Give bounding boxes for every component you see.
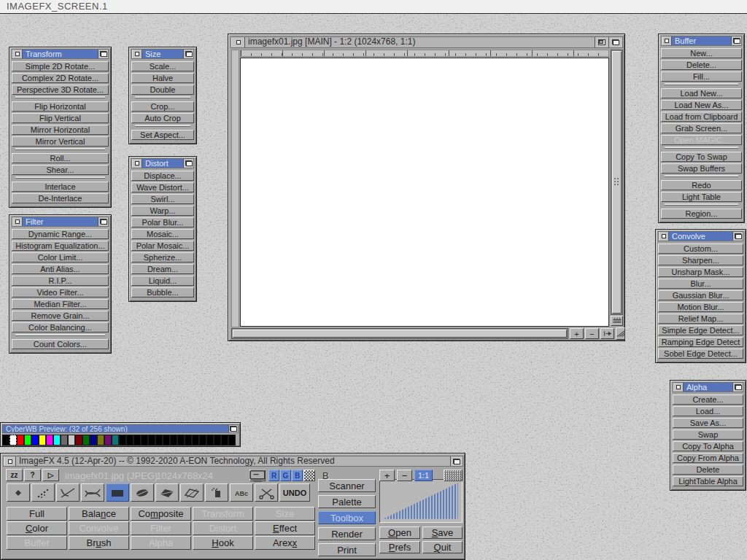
palette-button-double[interactable]: Double xyxy=(131,85,194,95)
channel-toggle-b[interactable]: B xyxy=(292,470,303,481)
color-swatch[interactable] xyxy=(82,435,90,446)
zoom-one-to-one-button[interactable]: 1:1 xyxy=(414,470,433,481)
color-swatch[interactable] xyxy=(39,435,46,446)
depth-gadget-icon[interactable] xyxy=(732,232,743,241)
palette-button-color-limit[interactable]: Color Limit... xyxy=(12,252,109,262)
palette-button-r-i-p[interactable]: R.I.P... xyxy=(12,276,109,286)
vertical-scroll-knob[interactable] xyxy=(612,51,622,314)
screen-mode-button[interactable] xyxy=(249,470,266,481)
palette-button-perspective-3d-rotate[interactable]: Perspective 3D Rotate... xyxy=(12,85,109,95)
menu-button-composite[interactable]: Composite xyxy=(131,507,191,521)
palette-button-copy-to-alpha[interactable]: Copy To Alpha xyxy=(673,441,743,451)
dither-pattern-button[interactable] xyxy=(444,470,462,481)
color-swatch[interactable] xyxy=(192,435,199,446)
palette-button-redo[interactable]: Redo xyxy=(661,180,742,190)
palette-button-region[interactable]: Region... xyxy=(661,209,742,219)
menu-button-hook[interactable]: Hook xyxy=(193,536,253,550)
prefs-button[interactable]: Prefs xyxy=(379,541,420,553)
palette-button-displace[interactable]: Displace... xyxy=(131,171,194,181)
color-swatch[interactable] xyxy=(170,435,177,446)
fill-tool-button[interactable] xyxy=(205,483,228,502)
depth-gadget-icon[interactable] xyxy=(98,217,108,226)
zoom-in-button[interactable]: + xyxy=(379,470,395,481)
depth-gadget-icon[interactable] xyxy=(98,50,108,58)
color-swatch[interactable] xyxy=(228,435,236,446)
polygon-fill-tool-button[interactable] xyxy=(155,483,179,502)
palette-button-copy-from-alpha[interactable]: Copy From Alpha xyxy=(673,453,743,463)
airbrush-tool-button[interactable] xyxy=(31,483,55,502)
palette-button-liquid[interactable]: Liquid... xyxy=(131,276,194,286)
color-swatch[interactable] xyxy=(53,435,61,446)
palette-button-halve[interactable]: Halve xyxy=(131,73,194,83)
menu-button-full[interactable]: Full xyxy=(7,507,67,521)
open-button[interactable]: Open xyxy=(379,526,420,539)
palette-button-bubble[interactable]: Bubble... xyxy=(131,287,194,298)
color-swatch[interactable] xyxy=(97,435,104,446)
palette-button-crop[interactable]: Crop... xyxy=(131,101,194,112)
depth-gadget-icon[interactable] xyxy=(228,425,238,432)
color-swatch[interactable] xyxy=(75,435,82,446)
palette-button-set-aspect[interactable]: Set Aspect... xyxy=(131,130,194,140)
color-swatch[interactable] xyxy=(31,435,39,446)
ellipse-tool-button[interactable] xyxy=(131,483,154,502)
palette-button-video-filter[interactable]: Video Filter... xyxy=(12,287,109,298)
vertical-scrollbar[interactable] xyxy=(611,50,623,315)
palette-button-copy-to-swap[interactable]: Copy To Swap xyxy=(661,152,742,162)
zoom-in-button[interactable]: + xyxy=(570,328,584,339)
color-swatch[interactable] xyxy=(199,435,206,446)
color-swatch[interactable] xyxy=(206,435,214,446)
palette-button-swap-buffers[interactable]: Swap Buffers xyxy=(661,163,742,174)
palette-button-relief-map[interactable]: Relief Map... xyxy=(658,314,743,324)
palette-button-wave-distort[interactable]: Wave Distort... xyxy=(131,182,194,192)
rect-tool-button[interactable] xyxy=(106,483,129,502)
palette-button-spherize[interactable]: Spherize... xyxy=(131,252,194,262)
ruler-toggle-button[interactable] xyxy=(611,316,623,326)
depth-gadget-icon[interactable] xyxy=(450,456,462,466)
palette-button-motion-blur[interactable]: Motion Blur... xyxy=(658,302,743,312)
dot-tool-button[interactable] xyxy=(7,483,30,502)
palette-button-load-new[interactable]: Load New... xyxy=(661,88,742,98)
color-swatch[interactable] xyxy=(104,435,112,446)
menu-button-balance[interactable]: Balance xyxy=(69,507,129,521)
zoom-out-button[interactable]: − xyxy=(585,328,599,339)
color-swatch[interactable] xyxy=(141,435,148,446)
depth-gadget-icon[interactable] xyxy=(183,159,193,168)
palette-button-ramping-edge-detect[interactable]: Ramping Edge Detect xyxy=(658,337,743,347)
panel-button-print[interactable]: Print xyxy=(318,543,376,556)
palette-button-count-colors[interactable]: Count Colors... xyxy=(12,339,109,349)
panel-button-scanner[interactable]: Scanner xyxy=(318,479,376,492)
palette-button-histogram-equalization[interactable]: Histogram Equalization... xyxy=(12,241,109,251)
panel-button-toolbox[interactable]: Toolbox xyxy=(318,511,376,524)
menu-button-brush[interactable]: Brush xyxy=(69,536,129,550)
color-swatch[interactable] xyxy=(61,435,68,446)
alpha-channel-toggle[interactable] xyxy=(303,470,315,481)
step-arrow-button[interactable] xyxy=(600,328,614,339)
palette-button-lighttable-alpha[interactable]: LightTable Alpha xyxy=(673,476,743,486)
depth-gadget-icon[interactable] xyxy=(608,37,622,47)
palette-button-load[interactable]: Load... xyxy=(673,406,743,416)
palette-button-sobel-edge-detect[interactable]: Sobel Edge Detect... xyxy=(658,349,743,359)
palette-button-mirror-vertical[interactable]: Mirror Vertical xyxy=(12,136,109,147)
palette-button-fill[interactable]: Fill... xyxy=(661,71,742,82)
close-icon[interactable] xyxy=(12,50,23,58)
line-tool-button[interactable] xyxy=(56,483,80,502)
palette-button-anti-alias[interactable]: Anti Alias... xyxy=(12,264,109,274)
palette-button-swirl[interactable]: Swirl... xyxy=(131,194,194,204)
palette-button-mosaic[interactable]: Mosaic... xyxy=(131,229,194,239)
palette-button-polar-mosaic[interactable]: Polar Mosaic... xyxy=(131,241,194,251)
palette-button-light-table[interactable]: Light Table xyxy=(661,192,742,202)
color-swatch[interactable] xyxy=(24,435,31,446)
save-button[interactable]: Save xyxy=(422,526,462,539)
close-icon[interactable] xyxy=(659,232,669,241)
close-icon[interactable] xyxy=(132,159,142,168)
menu-button-effect[interactable]: Effect xyxy=(255,521,315,535)
palette-button-sharpen[interactable]: Sharpen... xyxy=(658,255,743,265)
palette-button-blur[interactable]: Blur... xyxy=(658,279,743,289)
palette-button-complex-2d-rotate[interactable]: Complex 2D Rotate... xyxy=(12,73,109,83)
scissors-tool-button[interactable] xyxy=(255,483,278,502)
color-swatch[interactable] xyxy=(163,435,170,446)
zoom-gadget-icon[interactable] xyxy=(595,37,608,47)
resize-grip[interactable] xyxy=(616,327,625,340)
color-swatch[interactable] xyxy=(126,435,133,446)
menu-button-arexx[interactable]: Arexx xyxy=(255,536,315,550)
